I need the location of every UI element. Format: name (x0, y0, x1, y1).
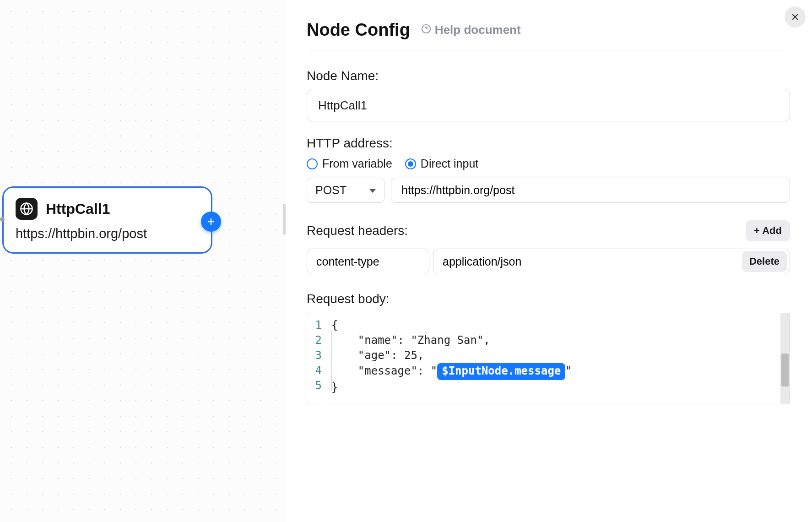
globe-icon (16, 198, 38, 220)
http-method-select[interactable]: POST (307, 178, 384, 203)
radio-direct-input-label: Direct input (421, 157, 478, 170)
code-line: "age": 25, (331, 348, 786, 363)
node-name-label: Node Name: (307, 69, 790, 83)
divider (307, 50, 790, 50)
config-panel: Node Config Help document Node Name: HTT… (286, 0, 812, 522)
code-gutter: 1 2 3 4 5 (307, 313, 323, 404)
panel-title: Node Config (307, 20, 410, 40)
delete-header-button[interactable]: Delete (742, 251, 787, 272)
node-card-title: HttpCall1 (46, 201, 110, 218)
help-link-label: Help document (435, 23, 521, 37)
close-button[interactable] (785, 6, 806, 27)
node-name-input[interactable] (307, 90, 790, 121)
workflow-canvas[interactable]: HttpCall1 https://httpbin.org/post (0, 0, 286, 522)
variable-chip[interactable]: $InputNode.message (437, 363, 565, 380)
svg-point-2 (426, 31, 426, 31)
request-body-label: Request body: (307, 292, 790, 306)
header-row: Delete (307, 249, 790, 274)
add-node-button[interactable] (201, 212, 221, 232)
code-line: "name": "Zhang San", (331, 333, 786, 348)
radio-icon (307, 158, 318, 169)
help-icon (421, 23, 431, 37)
http-url-input[interactable] (391, 178, 790, 203)
request-body-editor[interactable]: 1 2 3 4 5 { "name": "Zhang San", "age": … (307, 313, 790, 404)
radio-icon (405, 158, 416, 169)
radio-direct-input[interactable]: Direct input (405, 157, 478, 170)
node-card-httpcall[interactable]: HttpCall1 https://httpbin.org/post (2, 186, 212, 254)
code-line: { (331, 318, 786, 333)
code-body[interactable]: { "name": "Zhang San", "age": 25, "messa… (323, 313, 790, 404)
code-scrollbar[interactable] (780, 313, 790, 404)
http-address-label: HTTP address: (307, 136, 790, 151)
request-headers-label: Request headers: (307, 223, 408, 238)
add-header-button[interactable]: + Add (746, 220, 790, 241)
chevron-down-icon (369, 184, 376, 197)
help-document-link[interactable]: Help document (421, 23, 521, 37)
radio-from-variable-label: From variable (322, 157, 392, 170)
radio-from-variable[interactable]: From variable (307, 157, 392, 170)
header-key-input[interactable] (307, 249, 429, 274)
indent-guide (331, 332, 332, 391)
code-line: } (331, 380, 786, 395)
node-card-subtitle: https://httpbin.org/post (16, 226, 199, 241)
header-value-input[interactable] (443, 255, 742, 268)
http-method-value: POST (315, 184, 346, 197)
node-input-port[interactable] (0, 217, 5, 222)
code-line: "message": "$InputNode.message" (331, 363, 786, 380)
